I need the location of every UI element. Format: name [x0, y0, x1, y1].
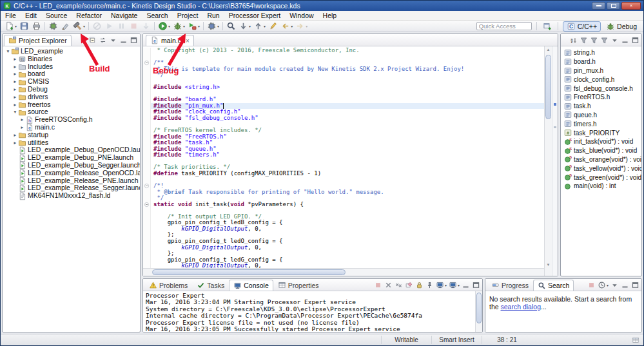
tab-console[interactable]: Console	[229, 280, 273, 291]
sort-icon[interactable]: az	[569, 35, 578, 44]
menu-processor-expert[interactable]: Processor Expert	[224, 11, 286, 20]
perspective-debug[interactable]: Debug	[602, 21, 641, 32]
vertical-scrollbar-thumb[interactable]	[545, 55, 551, 119]
console-scrollbar[interactable]	[475, 291, 482, 332]
tree-item-board[interactable]: ▸board	[3, 70, 140, 78]
back-icon[interactable]: ▾	[279, 21, 294, 32]
outline-item-string-h[interactable]: string.h	[561, 48, 641, 57]
code-editor[interactable]: * Copyright (c) 2013 - 2016, Freescale S…	[143, 46, 544, 276]
outline-item-task-blue-void-void[interactable]: Stask_blue(void*) : void	[561, 146, 641, 155]
tree-item-includes[interactable]: ▸Includes	[3, 63, 140, 71]
outline-list[interactable]: string.hboard.hpin_mux.hclock_config.hfs…	[561, 46, 641, 276]
expand-arrow[interactable]: ▸	[12, 70, 18, 78]
clear-console-icon[interactable]	[404, 280, 414, 289]
menu-run[interactable]: Run	[202, 11, 224, 20]
tree-item-utilities[interactable]: ▸utilities	[3, 139, 140, 147]
open-console-icon[interactable]: ▾	[448, 280, 460, 289]
project-tree[interactable]: ▾LED_example▸01Binaries▸Includes▸board▸C…	[3, 46, 140, 332]
pin-console-icon[interactable]	[425, 280, 434, 289]
tab-project-explorer[interactable]: Project Explorer	[4, 35, 72, 46]
horizontal-scrollbar-thumb[interactable]	[152, 269, 346, 275]
hide-static-icon[interactable]	[589, 35, 599, 44]
horizontal-scrollbar[interactable]	[143, 268, 544, 276]
hide-fields-icon[interactable]	[579, 35, 589, 44]
tree-item-freertosconfig-h[interactable]: ▸hFreeRTOSConfig.h	[3, 116, 140, 124]
search-dialog-link[interactable]: search dialog	[501, 303, 541, 311]
expand-arrow[interactable]: ▾	[5, 48, 11, 55]
outline-item-task-yellow-void-void[interactable]: Stask_yellow(void*) : void	[561, 164, 641, 173]
print-icon[interactable]	[30, 21, 43, 32]
outline-item-task-orange-void-void[interactable]: Stask_orange(void*) : void	[561, 155, 641, 164]
tree-item-led-example[interactable]: ▾LED_example	[3, 48, 140, 55]
outline-item-init-task-void-void[interactable]: Sinit_task(void*) : void	[561, 137, 641, 146]
minimize-window-button[interactable]	[592, 2, 605, 10]
expand-arrow[interactable]: ▸	[19, 124, 25, 131]
hide-non-public-icon[interactable]	[600, 35, 609, 44]
view-menu-icon[interactable]	[108, 35, 118, 44]
maximize-icon[interactable]	[471, 280, 481, 289]
collapse-all-icon[interactable]	[88, 35, 97, 44]
menu-search[interactable]: Search	[142, 11, 172, 20]
fold-marker-icon[interactable]	[143, 183, 151, 189]
scroll-up-icon[interactable]: ▲	[545, 48, 552, 52]
menu-file[interactable]: File	[1, 11, 21, 20]
fold-marker-icon[interactable]	[143, 202, 151, 208]
debug-icon[interactable]: ▾	[171, 21, 186, 32]
cutter-icon[interactable]	[59, 21, 72, 32]
expand-arrow[interactable]: ▸	[12, 86, 18, 93]
expand-arrow[interactable]: ▸	[12, 63, 18, 71]
minimize-icon[interactable]	[119, 35, 128, 44]
tree-item-led-example-debug-segger-launch[interactable]: LED_example_Debug_Segger.launch	[3, 162, 140, 169]
expand-arrow[interactable]: ▸	[12, 101, 18, 109]
outline-item-board-h[interactable]: board.h	[561, 57, 641, 66]
menu-refactor[interactable]: Refactor	[72, 11, 106, 20]
tree-item-led-example-debug-pne-launch[interactable]: LED_example_Debug_PNE.launch	[3, 154, 140, 162]
last-edit-location-icon[interactable]	[267, 21, 279, 32]
scroll-lock-icon[interactable]	[415, 280, 424, 289]
expand-arrow[interactable]: ▸	[12, 55, 18, 63]
view-menu-icon[interactable]	[610, 280, 620, 289]
expand-arrow[interactable]: ▸	[12, 139, 18, 147]
tree-item-binaries[interactable]: ▸01Binaries	[3, 55, 140, 63]
outline-item-freertos-h[interactable]: FreeRTOS.h	[561, 93, 641, 102]
expand-arrow[interactable]: ▸	[12, 131, 18, 139]
tree-item-mk64fn1m0xxx12-flash-ld[interactable]: MK64FN1M0xxx12_flash.ld	[3, 192, 140, 200]
new-wizard-icon[interactable]: ▾	[3, 21, 18, 32]
next-annotation-icon[interactable]: ▾	[237, 21, 252, 32]
save-icon[interactable]	[18, 21, 30, 32]
tree-item-led-example-release-pne-launch[interactable]: LED_example_Release_PNE.launch	[3, 177, 140, 185]
menu-source[interactable]: Source	[41, 11, 72, 20]
menu-navigate[interactable]: Navigate	[106, 11, 142, 20]
outline-item-fsl-debug-console-h[interactable]: fsl_debug_console.h	[561, 84, 641, 93]
perspective-c-c[interactable]: CC/C++	[563, 21, 601, 32]
minimize-icon[interactable]	[620, 35, 630, 44]
tree-item-drivers[interactable]: ▸drivers	[3, 93, 140, 101]
outline-item-main-void-int[interactable]: main(void) : int	[561, 182, 641, 191]
tab-tasks[interactable]: Tasks	[192, 280, 229, 291]
menu-edit[interactable]: Edit	[21, 11, 41, 20]
menu-window[interactable]: Window	[285, 11, 318, 20]
open-perspective-icon[interactable]	[542, 21, 553, 32]
remove-all-launches-icon[interactable]	[394, 280, 404, 289]
tree-item-cmsis[interactable]: ▸CMSIS	[3, 78, 140, 86]
search-icon[interactable]	[225, 21, 237, 32]
tree-item-freertos[interactable]: ▸freertos	[3, 101, 140, 109]
run-icon[interactable]: ▾	[157, 21, 171, 32]
expand-arrow[interactable]: ▾	[12, 108, 18, 116]
tree-item-main-c[interactable]: ▸cmain.c	[3, 124, 140, 131]
tree-item-startup[interactable]: ▸startup	[3, 131, 140, 139]
tree-item-led-example-release-segger-launch[interactable]: LED_example_Release_Segger.launch	[3, 184, 140, 192]
flash-programmer-icon[interactable]: ▾	[206, 21, 220, 32]
processor-expert-icon[interactable]	[47, 21, 59, 32]
scroll-down-icon[interactable]: ▼	[545, 263, 552, 267]
outline-item-timers-h[interactable]: timers.h	[561, 119, 641, 128]
outline-item-queue-h[interactable]: queue.h	[561, 111, 641, 120]
build-icon[interactable]: ▾	[72, 21, 86, 32]
maximize-icon[interactable]	[129, 35, 139, 44]
external-tools-icon[interactable]: ▾	[186, 21, 201, 32]
expand-arrow[interactable]: ▸	[19, 116, 25, 124]
menu-project[interactable]: Project	[173, 11, 203, 20]
maximize-icon[interactable]	[630, 35, 640, 44]
link-with-editor-icon[interactable]	[98, 35, 108, 44]
history-icon[interactable]: ▾	[597, 280, 609, 289]
